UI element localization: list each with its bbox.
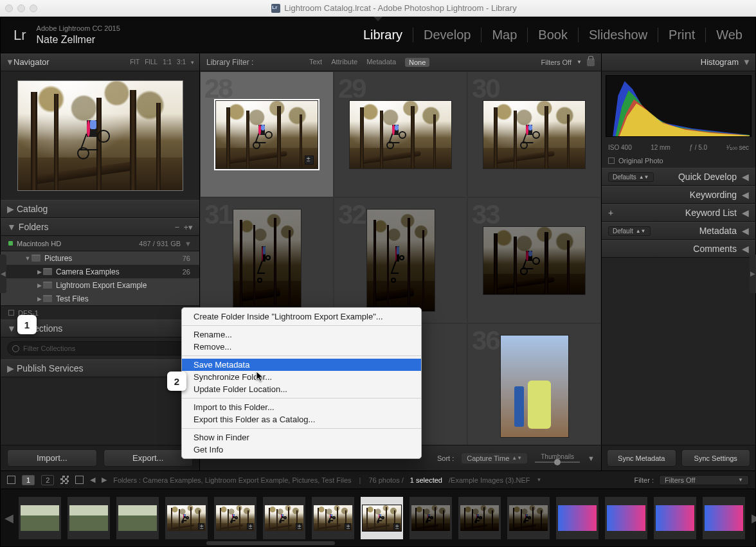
nav-opt-31[interactable]: 3:1 bbox=[177, 58, 186, 66]
menu-rename[interactable]: Rename... bbox=[182, 328, 421, 341]
module-map[interactable]: Map bbox=[482, 28, 528, 42]
menu-update-folder-location[interactable]: Update Folder Location... bbox=[182, 383, 421, 395]
metadata-preset[interactable]: Default▲▼ bbox=[608, 226, 651, 236]
keyword-add-icon[interactable]: + bbox=[608, 208, 613, 218]
sync-settings-button[interactable]: Sync Settings bbox=[681, 449, 751, 467]
thumbnail-slider[interactable] bbox=[535, 462, 580, 463]
folders-header[interactable]: ▼Folders−+▾ bbox=[1, 218, 199, 236]
nav-opt-11[interactable]: 1:1 bbox=[163, 58, 172, 66]
quick-develop-header[interactable]: Defaults▲▼Quick Develop◀ bbox=[602, 168, 755, 186]
thumbnail[interactable] bbox=[349, 100, 452, 169]
identity-user[interactable]: Nate Zellmer bbox=[37, 33, 120, 46]
thumbnail[interactable] bbox=[483, 100, 586, 169]
filmstrip-item[interactable] bbox=[68, 497, 110, 539]
status-filter-select[interactable]: Filters Off▼ bbox=[659, 475, 749, 485]
filmstrip-item[interactable] bbox=[458, 497, 501, 539]
filmstrip-item[interactable] bbox=[214, 497, 256, 539]
folder-camera-examples[interactable]: ▶Camera Examples26 bbox=[1, 265, 199, 278]
filter-tab-attribute[interactable]: Attribute bbox=[331, 58, 357, 67]
thumbnail[interactable] bbox=[483, 226, 586, 295]
original-photo-checkbox[interactable] bbox=[608, 157, 615, 164]
filmstrip-item[interactable] bbox=[703, 497, 745, 539]
filmstrip-item[interactable] bbox=[116, 497, 159, 539]
filmstrip-item[interactable] bbox=[605, 497, 647, 539]
filmstrip-item[interactable] bbox=[165, 497, 208, 539]
filmstrip-left-icon[interactable]: ◀ bbox=[4, 511, 12, 525]
grid-cell[interactable]: 31 bbox=[200, 197, 334, 323]
quick-develop-preset[interactable]: Defaults▲▼ bbox=[608, 172, 654, 182]
thumbnail[interactable] bbox=[215, 100, 318, 169]
module-library[interactable]: Library bbox=[353, 28, 413, 42]
folder-pictures[interactable]: ▼Pictures76 bbox=[1, 251, 199, 265]
filmstrip-item[interactable] bbox=[312, 497, 354, 539]
navigator-preview[interactable] bbox=[17, 80, 183, 191]
menu-create-folder-inside-lightroom-export-example[interactable]: Create Folder Inside "Lightroom Export E… bbox=[182, 310, 421, 323]
folder-context-menu[interactable]: Create Folder Inside "Lightroom Export E… bbox=[181, 307, 422, 459]
menu-save-metadata[interactable]: Save Metadata bbox=[182, 359, 421, 371]
histogram-header[interactable]: Histogram▼ bbox=[602, 53, 755, 71]
toolbar-menu-icon[interactable]: ▼ bbox=[588, 454, 595, 462]
module-develop[interactable]: Develop bbox=[413, 28, 482, 42]
comments-header[interactable]: Comments◀ bbox=[602, 240, 755, 258]
grid-view-icon[interactable] bbox=[60, 476, 69, 484]
nav-back-icon[interactable]: ◀ bbox=[90, 476, 95, 484]
page-1-button[interactable]: 1 bbox=[22, 475, 35, 485]
navigator-header[interactable]: ▼ Navigator FITFILL1:13:1▾ bbox=[1, 53, 199, 71]
nav-fwd-icon[interactable]: ▶ bbox=[102, 476, 107, 484]
filmstrip-item[interactable] bbox=[361, 497, 403, 539]
keyword-list-header[interactable]: +Keyword List◀ bbox=[602, 204, 755, 222]
right-panel-grip[interactable]: ▶ bbox=[750, 255, 756, 293]
import-button[interactable]: Import... bbox=[7, 449, 97, 467]
nav-opt-fill[interactable]: FILL bbox=[145, 58, 158, 66]
sync-metadata-button[interactable]: Sync Metadata bbox=[607, 449, 676, 467]
filter-tab-metadata[interactable]: Metadata bbox=[366, 58, 396, 67]
thumbnail[interactable] bbox=[366, 209, 435, 312]
secondary-display-icon[interactable] bbox=[7, 476, 15, 484]
filter-tab-text[interactable]: Text bbox=[309, 58, 322, 67]
menu-get-info[interactable]: Get Info bbox=[182, 444, 421, 456]
histogram-display[interactable] bbox=[606, 75, 752, 137]
filmstrip[interactable]: ◀ ▶ bbox=[1, 489, 755, 546]
left-panel-grip[interactable]: ◀ bbox=[0, 255, 6, 293]
menu-export-this-folder-as-a-catalog[interactable]: Export this Folder as a Catalog... bbox=[182, 413, 421, 426]
folder-lightroom-export-example[interactable]: ▶Lightroom Export Example bbox=[1, 278, 199, 292]
grid-cell[interactable]: 30 bbox=[467, 71, 601, 197]
grid-cell[interactable]: 33 bbox=[467, 197, 601, 323]
grid-cell[interactable]: 32 bbox=[334, 197, 467, 323]
filmstrip-item[interactable] bbox=[556, 497, 598, 539]
volume-row[interactable]: Macintosh HD487 / 931 GB▼ bbox=[1, 236, 199, 251]
grid-cell[interactable]: 29 bbox=[334, 71, 467, 197]
keywording-header[interactable]: Keywording◀ bbox=[602, 186, 755, 204]
menu-import-to-this-folder[interactable]: Import to this Folder... bbox=[182, 401, 421, 413]
filmstrip-item[interactable] bbox=[263, 497, 305, 539]
thumbnail[interactable] bbox=[233, 209, 302, 312]
thumbnail[interactable] bbox=[500, 335, 569, 438]
filmstrip-item[interactable] bbox=[654, 497, 696, 539]
metadata-header[interactable]: Default▲▼Metadata◀ bbox=[602, 222, 755, 240]
filmstrip-item[interactable] bbox=[19, 497, 61, 539]
folders-minus-icon[interactable]: − bbox=[175, 222, 180, 232]
traffic-close[interactable] bbox=[5, 4, 13, 12]
module-book[interactable]: Book bbox=[528, 28, 579, 42]
filmstrip-right-icon[interactable]: ▶ bbox=[752, 511, 756, 525]
traffic-zoom[interactable] bbox=[30, 4, 37, 12]
menu-show-in-finder[interactable]: Show in Finder bbox=[182, 431, 421, 444]
filters-off-dropdown[interactable]: Filters Off bbox=[541, 58, 572, 66]
folder-test-files[interactable]: ▶Test Files bbox=[1, 292, 199, 305]
export-button[interactable]: Export... bbox=[104, 449, 194, 467]
folders-plus-icon[interactable]: +▾ bbox=[183, 222, 193, 232]
grid-cell[interactable]: 36 bbox=[467, 323, 601, 445]
filter-lock-icon[interactable] bbox=[587, 58, 595, 66]
traffic-minimize[interactable] bbox=[17, 4, 25, 12]
catalog-header[interactable]: ▶Catalog bbox=[1, 200, 199, 218]
menu-remove[interactable]: Remove... bbox=[182, 341, 421, 353]
collections-filter-input[interactable]: Filter Collections bbox=[7, 341, 193, 355]
filmstrip-scrollbar[interactable] bbox=[206, 541, 335, 545]
module-print[interactable]: Print bbox=[658, 28, 706, 42]
module-web[interactable]: Web bbox=[706, 28, 742, 42]
nav-opt-fit[interactable]: FIT bbox=[130, 58, 140, 66]
module-slideshow[interactable]: Slideshow bbox=[579, 28, 658, 42]
page-2-button[interactable]: 2 bbox=[41, 475, 54, 485]
filter-tab-none[interactable]: None bbox=[405, 58, 429, 67]
sort-select[interactable]: Capture Time▲▼ bbox=[462, 453, 527, 463]
